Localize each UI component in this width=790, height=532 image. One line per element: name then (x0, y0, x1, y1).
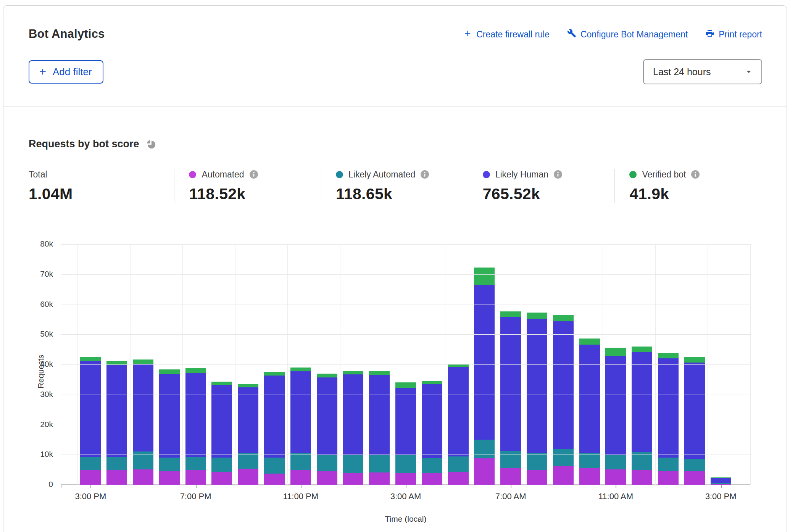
bar-segment-automated (133, 469, 153, 485)
stacked-bar[interactable] (605, 348, 626, 485)
bar-segment-verified-bot (632, 347, 652, 352)
bar-segment-likely-automated (106, 457, 127, 471)
stat-likely-human: Likely Human 765.52k (468, 169, 615, 203)
info-icon[interactable] (250, 170, 258, 179)
bar-segment-verified-bot (185, 368, 206, 373)
stacked-bar[interactable] (133, 360, 153, 485)
info-icon[interactable] (554, 170, 562, 179)
stacked-bar[interactable] (527, 313, 547, 485)
bar-segment-likely-automated (553, 449, 574, 466)
bar-segment-likely-human (527, 319, 547, 453)
bar-segment-likely-human (474, 285, 495, 440)
stat-label: Verified bot (642, 169, 686, 180)
y-tick-label: 70k (23, 269, 53, 279)
info-icon[interactable] (691, 170, 700, 179)
stacked-bar[interactable] (711, 477, 731, 485)
gridline-horizontal (61, 395, 751, 395)
stacked-bar[interactable] (80, 357, 101, 485)
stacked-bar[interactable] (395, 382, 416, 485)
bar-segment-automated (422, 473, 442, 485)
gridline-horizontal (61, 244, 751, 245)
y-tick-label: 10k (23, 450, 53, 459)
stacked-bar[interactable] (369, 371, 390, 485)
plot-area: 010k20k30k40k50k60k70k80k3:00 PM7:00 PM1… (61, 244, 751, 485)
bar-segment-likely-automated (658, 458, 679, 471)
stat-label: Total (29, 169, 47, 180)
bar-segment-likely-human (159, 374, 180, 458)
stacked-bar[interactable] (343, 371, 363, 485)
info-icon[interactable] (421, 170, 429, 179)
stacked-bar[interactable] (211, 382, 232, 485)
stacked-bar[interactable] (185, 368, 206, 485)
link-label: Create firewall rule (476, 29, 550, 40)
stacked-bar[interactable] (684, 357, 705, 485)
stat-label: Automated (202, 169, 244, 180)
bar-segment-automated (106, 470, 127, 485)
gridline-horizontal (61, 274, 751, 275)
bar-segment-automated (290, 470, 311, 485)
requests-chart: Requests 010k20k30k40k50k60k70k80k3:00 P… (61, 244, 751, 524)
bar-segment-likely-human (632, 352, 652, 452)
x-tick-label: 7:00 PM (180, 492, 211, 501)
time-range-select[interactable]: Last 24 hours (643, 59, 762, 84)
bar-segment-automated (264, 474, 285, 485)
stat-automated: Automated 118.52k (174, 169, 321, 203)
add-filter-button[interactable]: Add filter (29, 60, 103, 84)
stacked-bar[interactable] (553, 315, 574, 485)
y-tick-label: 20k (23, 420, 53, 429)
bar-segment-verified-bot (658, 353, 679, 358)
stacked-bar[interactable] (500, 311, 521, 485)
stacked-bar[interactable] (448, 364, 469, 485)
stat-value: 41.9k (629, 185, 761, 203)
stacked-bar[interactable] (264, 372, 285, 485)
bar-segment-verified-bot (159, 369, 180, 374)
y-tick-label: 60k (23, 300, 53, 309)
bar-segment-verified-bot (264, 372, 285, 376)
y-tick-label: 0 (23, 480, 53, 489)
y-tick-label: 30k (23, 390, 53, 399)
bar-segment-automated (185, 470, 206, 485)
bar-segment-likely-automated (605, 455, 626, 469)
axis-tick (616, 485, 616, 488)
stat-value: 118.65k (336, 185, 468, 203)
bar-segment-automated (553, 466, 574, 485)
stacked-bar[interactable] (658, 353, 679, 485)
stat-label: Likely Human (495, 169, 548, 180)
stat-verified-bot: Verified bot 41.9k (614, 169, 761, 203)
x-tick-label: 11:00 PM (283, 492, 319, 501)
create-firewall-rule-link[interactable]: Create firewall rule (463, 29, 550, 40)
x-tick-label: 3:00 AM (390, 492, 421, 501)
bar-segment-likely-human (317, 377, 337, 455)
stacked-bar[interactable] (474, 268, 495, 485)
axis-tick (511, 485, 511, 488)
stat-total: Total 1.04M (29, 169, 174, 203)
bar-segment-automated (369, 472, 390, 485)
stacked-bar[interactable] (422, 381, 442, 485)
bar-segment-verified-bot (211, 382, 232, 385)
stacked-bar[interactable] (317, 374, 337, 485)
bar-segment-likely-human (395, 388, 416, 455)
axis-tick (406, 485, 406, 488)
axis-tick (721, 485, 722, 488)
stacked-bar[interactable] (579, 339, 600, 485)
x-axis-title: Time (local) (61, 514, 751, 524)
gridline-horizontal (61, 425, 751, 425)
stacked-bar[interactable] (238, 384, 258, 485)
configure-bot-management-link[interactable]: Configure Bot Management (567, 29, 688, 40)
bar-segment-likely-automated (264, 458, 285, 474)
bar-segment-likely-human (185, 373, 206, 457)
stacked-bar[interactable] (632, 347, 652, 485)
stacked-bar[interactable] (159, 369, 180, 485)
bar-segment-verified-bot (317, 374, 337, 377)
card-header: Bot Analytics Create firewall rule Confi… (3, 6, 787, 106)
stacked-bar[interactable] (106, 361, 127, 485)
bar-segment-automated (343, 473, 363, 485)
bar-segment-automated (159, 471, 180, 485)
bar-segment-verified-bot (290, 368, 311, 371)
y-tick-label: 50k (23, 329, 53, 339)
bar-segment-verified-bot (605, 348, 626, 356)
stacked-bar[interactable] (290, 368, 311, 485)
bar-segment-likely-automated (448, 456, 469, 472)
y-tick-label: 40k (23, 360, 53, 369)
print-report-link[interactable]: Print report (705, 29, 762, 40)
